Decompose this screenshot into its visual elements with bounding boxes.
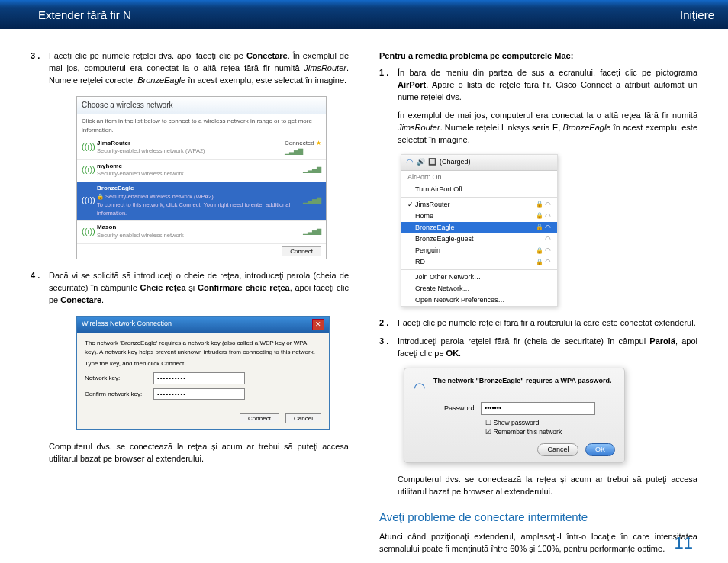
signal-icon: ◠ [545, 223, 551, 233]
figure-mac-airport-menu: ◠🔊🔲(Charged) AirPort: On Turn AirPort Of… [401, 154, 558, 307]
network-jimsrouter[interactable]: ✓JimsRouter🔒◠ [401, 199, 557, 211]
network-rd[interactable]: RD🔒◠ [401, 256, 557, 268]
step-body: Introduceţi parola reţelei fără fir (che… [398, 336, 697, 360]
wifi-icon: ((ı)) [82, 141, 97, 153]
cancel-button[interactable]: Cancel [285, 413, 321, 423]
network-row-jimsrouter[interactable]: ((ı)) JimsRouterSecurity-enabled wireles… [77, 137, 326, 160]
battery-icon: 🔲 [428, 157, 436, 167]
network-row-myhome[interactable]: ((ı)) myhomeSecurity-enabled wireless ne… [77, 160, 326, 182]
ok-button[interactable]: OK [585, 443, 615, 456]
open-network-prefs[interactable]: Open Network Preferences… [401, 294, 557, 306]
mac-menubar: ◠🔊🔲(Charged) [401, 155, 557, 171]
airport-icon[interactable]: ◠ [406, 156, 414, 169]
fig1-title: Choose a wireless network [77, 97, 326, 115]
signal-icon: ◠ [545, 200, 551, 210]
mac-step-2: 2 . Faceţi clic pe numele reţelei fără f… [379, 317, 697, 330]
header-right: Iniţiere [680, 7, 714, 24]
wifi-icon: ((ı)) [82, 195, 97, 207]
mac-step-1: 1 . În bara de meniu din partea de sus a… [379, 67, 697, 104]
step-number: 2 . [379, 317, 398, 330]
network-row-bronzeeagle[interactable]: ((ı)) BronzeEagle🔒 Security-enabled wire… [77, 182, 326, 221]
mac-subhead: Pentru a remedia problema pe computerele… [379, 50, 697, 63]
network-key-input[interactable]: •••••••••• [153, 372, 245, 384]
wifi-icon: ((ı)) [82, 164, 97, 176]
airport-status: AirPort: On [401, 171, 557, 184]
lock-icon: 🔒 [536, 258, 543, 267]
page-content: 3 . Faceţi clic pe numele reţelei dvs. a… [0, 29, 728, 555]
left-closing: Computerul dvs. se conectează la reţea ș… [31, 441, 349, 465]
fig4-message: The network "BronzeEagle" requires a WPA… [433, 376, 615, 397]
step-number: 4 . [31, 270, 49, 307]
intermittent-heading: Aveţi probleme de conectare intermitente [379, 509, 697, 526]
network-home[interactable]: Home🔒◠ [401, 211, 557, 222]
fig1-sub: Click an item in the list below to conne… [77, 114, 326, 137]
star-icon: ★ [316, 140, 321, 146]
lock-icon: 🔒 [536, 246, 543, 256]
figure-windows-choose-network: Choose a wireless network Click an item … [76, 96, 327, 260]
cancel-button[interactable]: Cancel [537, 443, 578, 456]
step-body: În bara de meniu din partea de sus a ecr… [398, 67, 697, 104]
signal-icon: ▁▃▅▇ [303, 227, 321, 236]
step-number: 3 . [379, 336, 398, 360]
right-column: Pentru a remedia problema pe computerele… [379, 50, 697, 555]
lock-icon: 🔒 [536, 223, 543, 232]
figure-mac-password-dialog: ◠ The network "BronzeEagle" requires a W… [404, 368, 625, 463]
left-column: 3 . Faceţi clic pe numele reţelei dvs. a… [31, 50, 349, 555]
step-3: 3 . Faceţi clic pe numele reţelei dvs. a… [31, 50, 349, 87]
right-closing: Computerul dvs. se conectează la reţea ș… [379, 474, 697, 498]
intermittent-body: Atunci când poziţionaţi extenderul, ampl… [379, 531, 697, 555]
signal-icon: ▁▃▅▇ [303, 196, 321, 205]
fig2-title: Wireless Network Connection [82, 319, 172, 330]
close-icon[interactable]: ✕ [312, 319, 324, 330]
fig2-hint: Type the key, and then click Connect. [85, 359, 321, 368]
confirm-key-input[interactable]: •••••••••• [153, 388, 245, 401]
fig2-message: The network 'BronzeEagle' requires a net… [85, 339, 321, 356]
network-bronzeeagle[interactable]: BronzeEagle🔒◠ [401, 222, 557, 233]
page-header: Extender fără fir N Iniţiere [0, 8, 728, 29]
join-other-network[interactable]: Join Other Network… [401, 272, 557, 283]
step-body: Faceţi clic pe numele reţelei fără fir a… [398, 317, 697, 330]
mac-step-3: 3 . Introduceţi parola reţelei fără fir … [379, 336, 697, 360]
signal-icon: ◠ [545, 246, 551, 256]
signal-icon: ◠ [545, 257, 551, 267]
connect-button[interactable]: Connect [282, 246, 321, 256]
wifi-icon: ((ı)) [82, 226, 97, 238]
figure-windows-network-key-dialog: Wireless Network Connection✕ The network… [76, 316, 330, 430]
page-number: 11 [675, 531, 693, 555]
signal-icon: ▁▃▅▇ [285, 148, 303, 155]
step-number: 1 . [379, 67, 398, 104]
step-body: Faceţi clic pe numele reţelei dvs. apoi … [49, 50, 349, 87]
lock-icon: 🔒 [536, 211, 543, 220]
network-row-mason[interactable]: ((ı)) MasonSecurity-enabled wireless net… [77, 221, 326, 243]
header-left: Extender fără fir N [38, 7, 131, 24]
step-number: 3 . [31, 50, 49, 87]
password-input[interactable]: ••••••• [481, 402, 595, 415]
network-penguin[interactable]: Penguin🔒◠ [401, 245, 557, 256]
remember-network-checkbox[interactable]: ☑ [485, 428, 493, 436]
speaker-icon: 🔊 [417, 157, 425, 167]
step-body: Dacă vi se solicită să introduceţi o che… [49, 270, 349, 307]
connect-button[interactable]: Connect [240, 413, 279, 423]
signal-icon: ▁▃▅▇ [303, 166, 321, 175]
mac-example: În exemplul de mai jos, computerul era c… [379, 110, 697, 146]
show-password-checkbox[interactable]: ☐ [485, 419, 493, 426]
signal-icon: ◠ [545, 234, 551, 244]
lock-icon: 🔒 [536, 200, 543, 209]
turn-airport-off[interactable]: Turn AirPort Off [401, 184, 557, 195]
airport-icon: ◠ [414, 376, 426, 397]
network-bronzeeagle-guest[interactable]: BronzeEagle-guest◠ [401, 233, 557, 245]
create-network[interactable]: Create Network… [401, 283, 557, 294]
signal-icon: ◠ [545, 211, 551, 221]
step-4: 4 . Dacă vi se solicită să introduceţi o… [31, 270, 349, 307]
